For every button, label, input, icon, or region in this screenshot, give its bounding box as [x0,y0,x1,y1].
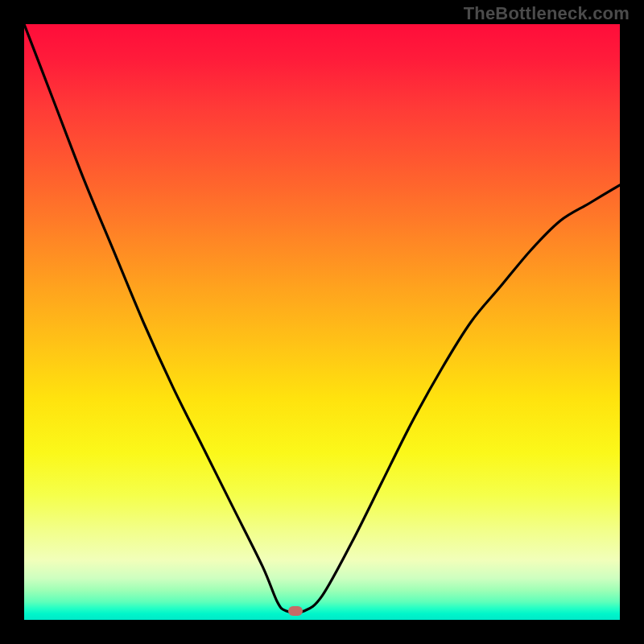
bottleneck-curve [24,24,620,620]
chart-frame: TheBottleneck.com [0,0,644,644]
optimal-point-marker [288,606,303,616]
watermark-text: TheBottleneck.com [464,3,630,24]
plot-area [24,24,620,620]
